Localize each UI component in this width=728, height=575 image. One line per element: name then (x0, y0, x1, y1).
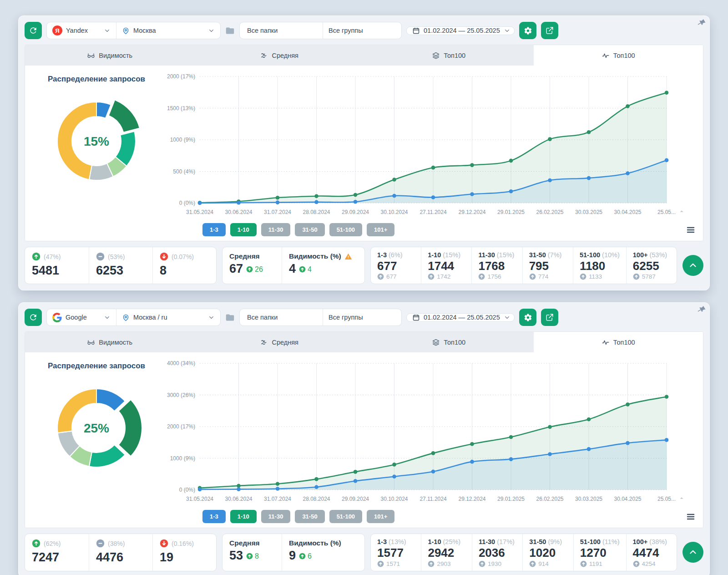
data-point[interactable] (548, 178, 552, 183)
donut-segment-1-3[interactable] (96, 389, 125, 411)
data-point[interactable] (431, 166, 435, 170)
data-point[interactable] (665, 158, 669, 163)
tab-видимость-glasses[interactable]: Видимость (25, 332, 195, 352)
scroll-top-button[interactable] (682, 255, 703, 276)
scroll-top-button[interactable] (682, 542, 703, 563)
data-point[interactable] (198, 488, 202, 492)
legend-button-31-50[interactable]: 31-50 (295, 223, 324, 236)
groups-input[interactable] (323, 314, 399, 321)
data-point[interactable] (626, 104, 630, 108)
data-point[interactable] (276, 200, 280, 204)
data-point[interactable] (548, 452, 552, 456)
data-point[interactable] (198, 201, 202, 205)
legend-button-51-100[interactable]: 51-100 (329, 223, 362, 236)
settings-button[interactable] (519, 22, 536, 39)
tab-топ100-pulse[interactable]: Топ100 (534, 332, 703, 352)
data-point[interactable] (354, 470, 358, 474)
donut-segment-1-10[interactable] (118, 400, 142, 457)
donut-chart[interactable] (38, 371, 155, 485)
legend-button-51-100[interactable]: 51-100 (329, 510, 362, 523)
data-point[interactable] (626, 171, 630, 175)
legend-button-11-30[interactable]: 11-30 (261, 510, 291, 523)
tab-топ100-layers[interactable]: Топ100 (364, 45, 534, 66)
data-point[interactable] (237, 201, 241, 205)
data-point[interactable] (392, 194, 396, 198)
tab-средняя-lines[interactable]: Средняя (195, 332, 364, 352)
legend-button-1-10[interactable]: 1-10 (230, 510, 257, 523)
tab-видимость-glasses[interactable]: Видимость (25, 45, 195, 66)
data-point[interactable] (314, 194, 318, 198)
export-button[interactable] (541, 22, 558, 39)
folder-icon[interactable] (225, 26, 235, 36)
data-point[interactable] (392, 463, 396, 467)
export-button[interactable] (541, 309, 558, 326)
groups-input[interactable] (323, 27, 399, 34)
legend-button-101+[interactable]: 101+ (367, 223, 394, 236)
search-engine-select[interactable]: Google (47, 309, 116, 326)
refresh-button[interactable] (25, 309, 42, 326)
donut-chart[interactable] (38, 85, 155, 198)
legend-button-1-10[interactable]: 1-10 (230, 223, 257, 236)
data-point[interactable] (276, 482, 280, 486)
tab-топ100-pulse[interactable]: Топ100 (534, 45, 703, 66)
x-axis-more-arrow-icon[interactable] (680, 210, 683, 212)
donut-segment-100+[interactable] (57, 389, 96, 433)
donut-segment-100+[interactable] (57, 102, 96, 179)
data-point[interactable] (587, 447, 591, 451)
data-point[interactable] (470, 442, 474, 446)
legend-button-1-3[interactable]: 1-3 (202, 510, 226, 523)
data-point[interactable] (548, 137, 552, 141)
legend-button-1-3[interactable]: 1-3 (202, 223, 226, 236)
data-point[interactable] (276, 487, 280, 491)
region-select[interactable]: Москва / ru (116, 309, 220, 326)
data-point[interactable] (470, 192, 474, 196)
data-point[interactable] (314, 485, 318, 489)
data-point[interactable] (470, 460, 474, 464)
data-point[interactable] (509, 159, 513, 163)
data-point[interactable] (665, 395, 669, 399)
tab-топ100-layers[interactable]: Топ100 (364, 332, 534, 352)
data-point[interactable] (354, 479, 358, 483)
data-point[interactable] (431, 451, 435, 455)
legend-button-101+[interactable]: 101+ (367, 510, 394, 523)
legend-button-11-30[interactable]: 11-30 (261, 223, 291, 236)
data-point[interactable] (431, 470, 435, 474)
data-point[interactable] (354, 193, 358, 197)
data-point[interactable] (470, 163, 474, 167)
data-point[interactable] (587, 176, 591, 180)
refresh-button[interactable] (25, 22, 42, 39)
data-point[interactable] (509, 458, 513, 462)
date-range-picker[interactable]: 01.02.2024 — 25.05.2025 (406, 313, 515, 322)
data-point[interactable] (626, 441, 630, 445)
data-point[interactable] (314, 477, 318, 481)
legend-button-31-50[interactable]: 31-50 (295, 510, 324, 523)
data-point[interactable] (587, 417, 591, 422)
data-point[interactable] (354, 200, 358, 204)
data-point[interactable] (392, 178, 396, 182)
x-axis-more-arrow-icon[interactable] (680, 498, 683, 499)
data-point[interactable] (314, 200, 318, 204)
line-chart[interactable]: 0 (0%)1000 (9%)2000 (17%)3000 (26%)4000 … (164, 356, 688, 506)
line-chart[interactable]: 0 (0%)500 (4%)1000 (9%)1500 (13%)2000 (1… (164, 69, 688, 219)
donut-segment-1-10[interactable] (109, 100, 140, 132)
settings-button[interactable] (519, 309, 536, 326)
hamburger-menu-icon[interactable] (686, 225, 696, 235)
folders-input[interactable] (242, 27, 323, 34)
donut-segment-11-30[interactable] (89, 445, 125, 467)
data-point[interactable] (665, 91, 669, 95)
tab-средняя-lines[interactable]: Средняя (195, 45, 364, 66)
data-point[interactable] (431, 195, 435, 199)
region-select[interactable]: Москва (116, 22, 220, 39)
search-engine-select[interactable]: Я Yandex (47, 22, 116, 39)
data-point[interactable] (237, 484, 241, 488)
data-point[interactable] (276, 196, 280, 200)
hamburger-menu-icon[interactable] (686, 512, 696, 522)
data-point[interactable] (392, 475, 396, 479)
data-point[interactable] (665, 438, 669, 442)
data-point[interactable] (587, 130, 591, 134)
folders-input[interactable] (242, 314, 323, 321)
date-range-picker[interactable]: 01.02.2024 — 25.05.2025 (406, 26, 515, 35)
data-point[interactable] (509, 435, 513, 439)
folder-icon[interactable] (225, 313, 235, 322)
data-point[interactable] (626, 402, 630, 407)
